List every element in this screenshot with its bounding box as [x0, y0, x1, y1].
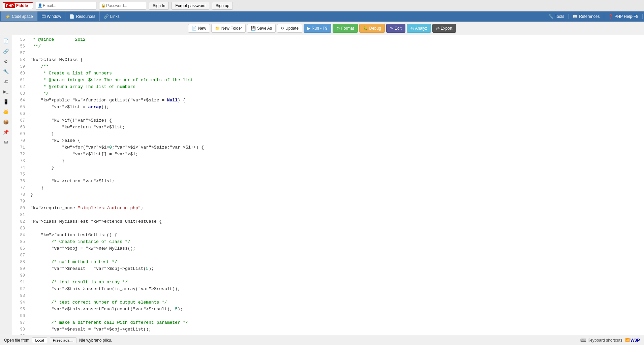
line-content[interactable]: "kw">require_once "simpletest/autorun.ph…: [29, 205, 644, 212]
line-content[interactable]: }: [29, 191, 644, 198]
debug-button[interactable]: 🐛 Debug: [359, 24, 385, 33]
email-input[interactable]: [36, 2, 96, 10]
line-content[interactable]: "var">$list = array();: [29, 104, 644, 111]
phphelp-label: PHP Help-F8: [615, 14, 638, 19]
line-content[interactable]: /* test correct number of output element…: [29, 299, 644, 306]
line-content[interactable]: }: [29, 164, 644, 171]
new-label: New: [198, 26, 206, 31]
line-content[interactable]: "kw">return "var">$list;: [29, 178, 644, 185]
line-number: 81: [12, 212, 29, 218]
connections-icon[interactable]: 🔗: [1, 46, 11, 56]
line-content[interactable]: "kw">function testGetList() {: [29, 232, 644, 239]
folder-icon: 📁: [215, 26, 220, 31]
forgot-password-button[interactable]: Forgot password: [172, 2, 209, 10]
line-content[interactable]: **/: [29, 43, 644, 50]
config-icon[interactable]: 🔧: [1, 67, 11, 76]
nav-tab-links[interactable]: 🔗 Links: [100, 11, 124, 21]
line-content[interactable]: "var">$list[] = "var">$i;: [29, 151, 644, 158]
code-line-75: 75: [12, 171, 644, 178]
nav-tab-resources[interactable]: 📄 Resources: [65, 11, 99, 21]
line-content[interactable]: [29, 171, 644, 178]
terminal-icon[interactable]: ▶_: [1, 87, 11, 96]
line-content[interactable]: "kw">for("var">$i=0;"var">$i<"var">$size…: [29, 144, 644, 151]
codespace-icon: ⚡: [5, 14, 10, 19]
line-content[interactable]: "var">$this->assertTrue(is_array("var">$…: [29, 286, 644, 292]
line-content[interactable]: * Create a list of numbers: [29, 70, 644, 77]
debug-icon: 🐛: [363, 26, 368, 31]
settings-icon[interactable]: ⚙: [1, 57, 11, 66]
nav-tab-tools[interactable]: 🔧 Tools: [544, 14, 569, 19]
new-button[interactable]: 📄 New: [188, 24, 210, 33]
mobile-icon[interactable]: 📱: [1, 97, 11, 106]
nav-tab-phphelp[interactable]: ❓ PHP Help-F8: [604, 14, 643, 19]
password-input[interactable]: [99, 2, 146, 10]
pin-icon[interactable]: 📌: [1, 127, 11, 137]
line-content[interactable]: }: [29, 131, 644, 137]
code-line-80: 80"kw">require_once "simpletest/autorun.…: [12, 205, 644, 212]
line-content[interactable]: * @return array The list of numbers: [29, 84, 644, 90]
line-content[interactable]: [29, 111, 644, 117]
line-content[interactable]: "var">$this->assertEqual(count("var">$re…: [29, 306, 644, 313]
line-content[interactable]: }: [29, 185, 644, 191]
local-button[interactable]: Local: [32, 337, 47, 343]
line-content[interactable]: /* make a different call with different …: [29, 319, 644, 326]
export-button[interactable]: ◎ Export: [432, 24, 456, 33]
nav-tab-codespace[interactable]: ⚡ CodeSpace: [1, 11, 37, 21]
line-content[interactable]: "kw">class MyClass {: [29, 57, 644, 63]
package-icon[interactable]: 📦: [1, 117, 11, 127]
line-content[interactable]: /* test result is an array */: [29, 279, 644, 286]
line-content[interactable]: /**: [29, 63, 644, 70]
line-content[interactable]: /* call method to test */: [29, 259, 644, 265]
browse-button[interactable]: Przeglądaj...: [50, 337, 76, 343]
code-line-78: 78}: [12, 191, 644, 198]
update-icon: ↻: [281, 26, 284, 31]
line-content[interactable]: /* Create instance of class */: [29, 239, 644, 245]
keyboard-shortcuts-button[interactable]: ⌨ Keyboard shortcuts: [580, 338, 622, 343]
line-content[interactable]: [29, 225, 644, 232]
nav-tab-references[interactable]: 📖 References: [569, 14, 604, 19]
line-content[interactable]: "kw">if(!"var">$size) {: [29, 117, 644, 124]
line-number: 90: [12, 272, 29, 279]
line-content[interactable]: [29, 272, 644, 279]
run-button[interactable]: ▶ Run - F9: [304, 24, 331, 33]
tags-icon[interactable]: 🏷: [1, 77, 11, 86]
nav-tab-window[interactable]: 🗔 Window: [37, 11, 66, 21]
new-folder-button[interactable]: 📁 New Folder: [211, 24, 246, 33]
mail-icon[interactable]: ✉: [1, 137, 11, 147]
code-line-74: 74 }: [12, 164, 644, 171]
update-button[interactable]: ↻ Update: [277, 24, 302, 33]
edit-button[interactable]: ✎ Edit: [386, 24, 405, 33]
line-content[interactable]: [29, 50, 644, 57]
line-content[interactable]: "kw">public "kw">function getList("var">…: [29, 97, 644, 104]
new-icon: 📄: [192, 26, 197, 31]
line-number: 58: [12, 57, 29, 63]
code-editor[interactable]: 55 * @since 201256 **/57 58"kw">class My…: [12, 35, 644, 335]
line-content[interactable]: * @since 2012: [29, 36, 644, 43]
window-icon: 🗔: [41, 14, 45, 19]
line-content[interactable]: [29, 292, 644, 299]
line-content[interactable]: [29, 212, 644, 218]
format-button[interactable]: ⚙ Format: [333, 24, 358, 33]
line-content[interactable]: "var">$obj = "kw">new MyClass();: [29, 245, 644, 252]
line-content[interactable]: * @param integer $size The number of ele…: [29, 77, 644, 84]
line-content[interactable]: "var">$result = "var">$obj->getList();: [29, 326, 644, 333]
line-content[interactable]: [29, 333, 644, 335]
line-content[interactable]: */: [29, 90, 644, 97]
signin-button[interactable]: Sign In: [149, 2, 169, 10]
line-content[interactable]: "kw">return "var">$list;: [29, 124, 644, 131]
analyz-button[interactable]: ◎ Analyz: [407, 24, 431, 33]
keyboard-icon: ⌨: [580, 338, 586, 343]
github-icon[interactable]: 🐱: [1, 107, 11, 117]
signup-button[interactable]: Sign up: [212, 2, 233, 10]
format-icon: ⚙: [336, 26, 340, 31]
line-content[interactable]: "kw">else {: [29, 137, 644, 144]
line-content[interactable]: "var">$result = "var">$obj->getList(5);: [29, 265, 644, 272]
line-content[interactable]: [29, 198, 644, 205]
line-content[interactable]: }: [29, 158, 644, 164]
line-content[interactable]: [29, 252, 644, 259]
save-as-label: Save As: [257, 26, 272, 31]
save-as-button[interactable]: 💾 Save As: [247, 24, 276, 33]
files-icon[interactable]: 📄: [1, 36, 11, 46]
line-content[interactable]: "kw">class MyclassTest "kw">extends Unit…: [29, 218, 644, 225]
line-content[interactable]: [29, 313, 644, 319]
